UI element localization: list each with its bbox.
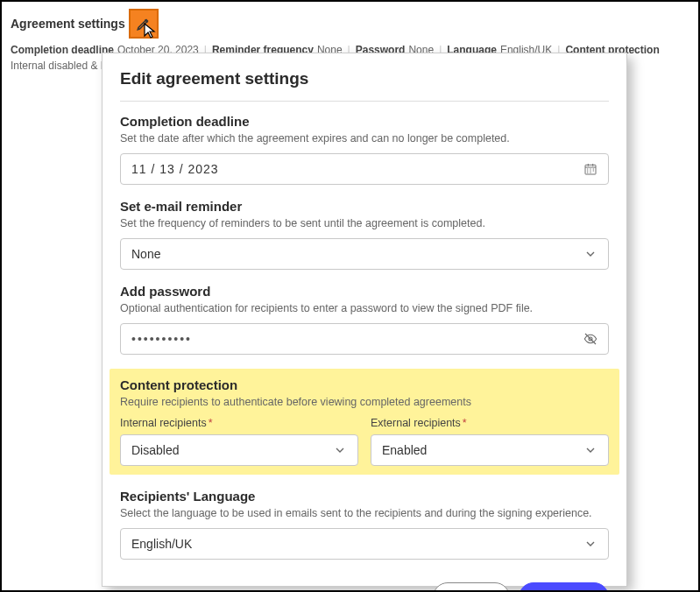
- required-asterisk: *: [463, 417, 467, 429]
- section-content-protection: Content protection Require recipients to…: [110, 369, 619, 475]
- reminder-select[interactable]: None: [120, 238, 609, 270]
- chevron-down-icon: [333, 443, 347, 457]
- internal-recipients-select[interactable]: Disabled: [120, 434, 358, 466]
- language-desc: Select the language to be used in emails…: [120, 507, 609, 519]
- modal-title: Edit agreement settings: [120, 69, 609, 88]
- reminder-title: Set e-mail reminder: [120, 199, 609, 214]
- protection-title: Content protection: [120, 377, 609, 392]
- chevron-down-icon: [583, 537, 597, 551]
- chevron-down-icon: [583, 247, 597, 261]
- section-language: Recipients' Language Select the language…: [120, 489, 609, 560]
- reminder-select-value: None: [131, 247, 160, 261]
- password-title: Add password: [120, 284, 609, 299]
- section-reminder: Set e-mail reminder Set the frequency of…: [120, 199, 609, 270]
- deadline-desc: Set the date after which the agreement e…: [120, 132, 609, 144]
- continue-button[interactable]: Continue: [519, 582, 609, 592]
- password-desc: Optional authentication for recipients t…: [120, 302, 609, 314]
- divider: [120, 101, 609, 102]
- deadline-date-value: 11 / 13 / 2023: [131, 162, 219, 176]
- password-input[interactable]: ••••••••••: [120, 323, 609, 355]
- page-title: Agreement settings: [11, 17, 125, 31]
- edit-settings-button[interactable]: [129, 9, 159, 39]
- cursor-icon: [139, 21, 160, 42]
- internal-recipients-value: Disabled: [131, 443, 179, 457]
- section-password: Add password Optional authentication for…: [120, 284, 609, 355]
- section-deadline: Completion deadline Set the date after w…: [120, 114, 609, 185]
- language-title: Recipients' Language: [120, 489, 609, 504]
- modal-footer: Cancel Continue: [120, 574, 609, 592]
- reminder-desc: Set the frequency of reminders to be sen…: [120, 217, 609, 229]
- language-select[interactable]: English/UK: [120, 528, 609, 560]
- internal-recipients-label: Internal recipients*: [120, 417, 358, 429]
- deadline-title: Completion deadline: [120, 114, 609, 129]
- deadline-date-input[interactable]: 11 / 13 / 2023: [120, 153, 609, 185]
- external-recipients-label: External recipients*: [371, 417, 609, 429]
- calendar-icon[interactable]: [583, 162, 597, 176]
- chevron-down-icon: [583, 443, 597, 457]
- visibility-off-icon[interactable]: [583, 332, 597, 346]
- cancel-button[interactable]: Cancel: [433, 582, 510, 592]
- protection-desc: Require recipients to authenticate befor…: [120, 396, 609, 408]
- summary-deadline-label: Completion deadline: [11, 44, 114, 56]
- password-value: ••••••••••: [131, 332, 192, 346]
- external-recipients-select[interactable]: Enabled: [371, 434, 609, 466]
- edit-settings-modal: Edit agreement settings Completion deadl…: [102, 53, 627, 587]
- required-asterisk: *: [209, 417, 213, 429]
- language-select-value: English/UK: [131, 537, 192, 551]
- external-recipients-value: Enabled: [382, 443, 427, 457]
